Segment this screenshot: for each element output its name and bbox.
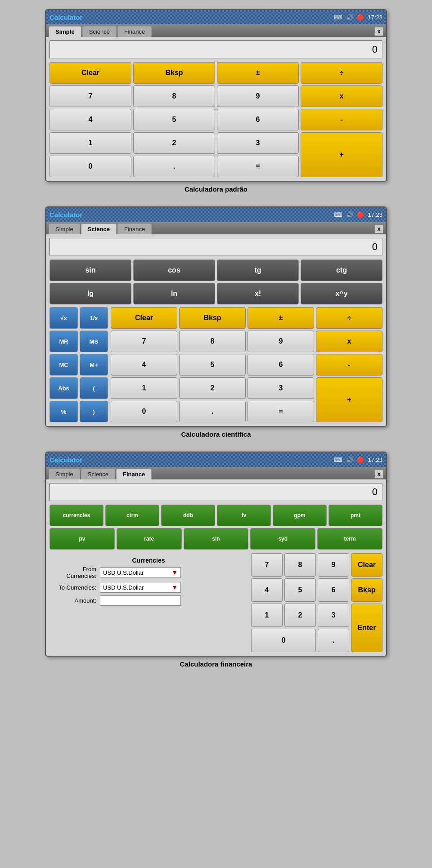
- from-currencies-select[interactable]: USD U.S.Dollar ▼: [100, 567, 181, 578]
- btn-1-sci[interactable]: 1: [111, 377, 177, 399]
- keyboard-icon-sci: ⌨: [334, 211, 342, 218]
- btn-7-sci[interactable]: 7: [111, 331, 177, 352]
- close-button-sci[interactable]: x: [374, 224, 383, 233]
- btn-bksp[interactable]: Bksp: [133, 62, 215, 84]
- btn-ms[interactable]: MS: [80, 331, 108, 352]
- btn-1-fin[interactable]: 1: [251, 604, 283, 627]
- btn-mul-sci[interactable]: x: [316, 331, 382, 352]
- btn-9-sci[interactable]: 9: [248, 331, 314, 352]
- btn-closeparen[interactable]: ): [80, 401, 108, 422]
- btn-xpowy[interactable]: x^y: [301, 283, 382, 304]
- btn-3-fin[interactable]: 3: [318, 604, 349, 627]
- btn-sub-sci[interactable]: -: [316, 354, 382, 376]
- sci-main-layout: √x 1/x MR MS MC M+ Abs ( % ) Clear: [50, 307, 382, 422]
- btn-8[interactable]: 8: [133, 85, 215, 107]
- btn-4[interactable]: 4: [50, 109, 131, 130]
- btn-0-sci[interactable]: 0: [111, 401, 177, 422]
- btn-xfact[interactable]: x!: [217, 283, 299, 304]
- close-button[interactable]: x: [374, 27, 383, 36]
- btn-multiply[interactable]: x: [301, 85, 382, 107]
- btn-div-sci[interactable]: ÷: [316, 307, 382, 329]
- btn-5-sci[interactable]: 5: [179, 354, 246, 376]
- btn-6[interactable]: 6: [217, 109, 299, 130]
- btn-openparen[interactable]: (: [80, 377, 108, 399]
- tab-simple[interactable]: Simple: [49, 26, 81, 37]
- btn-plusminus[interactable]: ±: [217, 62, 299, 84]
- btn-currencies[interactable]: currencies: [50, 505, 104, 526]
- btn-0[interactable]: 0: [50, 156, 131, 177]
- btn-1[interactable]: 1: [50, 132, 131, 154]
- btn-1overx[interactable]: 1/x: [80, 307, 108, 329]
- btn-7-fin[interactable]: 7: [251, 553, 283, 577]
- to-currencies-select[interactable]: USD U.S.Dollar ▼: [100, 582, 181, 593]
- btn-pm-sci[interactable]: ±: [248, 307, 314, 329]
- btn-sin[interactable]: sin: [50, 260, 131, 281]
- btn-9-fin[interactable]: 9: [318, 553, 349, 577]
- btn-6-fin[interactable]: 6: [318, 578, 349, 602]
- btn-ln[interactable]: ln: [133, 283, 215, 304]
- amount-input[interactable]: [100, 595, 181, 606]
- btn-0-fin[interactable]: 0: [251, 629, 316, 652]
- btn-sqrtx[interactable]: √x: [50, 307, 78, 329]
- tab-finance-sci[interactable]: Finance: [117, 224, 152, 234]
- btn-4-fin[interactable]: 4: [251, 578, 283, 602]
- btn-bksp-sci[interactable]: Bksp: [179, 307, 246, 329]
- btn-6-sci[interactable]: 6: [248, 354, 314, 376]
- btn-equals[interactable]: =: [217, 156, 299, 177]
- tab-simple-fin[interactable]: Simple: [49, 469, 80, 479]
- tab-science-fin[interactable]: Science: [81, 469, 115, 479]
- btn-bksp-fin[interactable]: Bksp: [351, 578, 382, 602]
- btn-enter-fin[interactable]: Enter: [351, 604, 382, 652]
- btn-mr[interactable]: MR: [50, 331, 78, 352]
- btn-pmt[interactable]: pmt: [328, 505, 382, 526]
- btn-rate[interactable]: rate: [117, 528, 182, 550]
- btn-divide[interactable]: ÷: [301, 62, 382, 84]
- btn-9[interactable]: 9: [217, 85, 299, 107]
- tab-science[interactable]: Science: [82, 26, 117, 37]
- btn-2-sci[interactable]: 2: [179, 377, 246, 399]
- btn-syd[interactable]: syd: [250, 528, 315, 550]
- tab-science-sci[interactable]: Science: [81, 224, 117, 234]
- btn-pv[interactable]: pv: [50, 528, 115, 550]
- tab-finance-fin[interactable]: Finance: [116, 469, 152, 479]
- btn-ctrm[interactable]: ctrm: [105, 505, 159, 526]
- btn-mc[interactable]: MC: [50, 354, 78, 376]
- btn-3-sci[interactable]: 3: [248, 377, 314, 399]
- btn-8-sci[interactable]: 8: [179, 331, 246, 352]
- btn-2-fin[interactable]: 2: [284, 604, 316, 627]
- btn-term[interactable]: term: [317, 528, 382, 550]
- btn-4-sci[interactable]: 4: [111, 354, 177, 376]
- btn-8-fin[interactable]: 8: [284, 553, 316, 577]
- tab-finance[interactable]: Finance: [117, 26, 152, 37]
- btn-dot-sci[interactable]: .: [179, 401, 246, 422]
- btn-clear-sci[interactable]: Clear: [111, 307, 177, 329]
- btn-percent[interactable]: %: [50, 401, 78, 422]
- btn-5[interactable]: 5: [133, 109, 215, 130]
- btn-clear-fin[interactable]: Clear: [351, 553, 382, 577]
- btn-ddb[interactable]: ddb: [161, 505, 215, 526]
- btn-clear[interactable]: Clear: [50, 62, 131, 84]
- btn-eq-sci[interactable]: =: [248, 401, 314, 422]
- btn-plus[interactable]: +: [301, 132, 382, 177]
- btn-gpm[interactable]: gpm: [273, 505, 327, 526]
- btn-7[interactable]: 7: [50, 85, 131, 107]
- btn-mplus[interactable]: M+: [80, 354, 108, 376]
- btn-lg[interactable]: lg: [50, 283, 131, 304]
- btn-dot[interactable]: .: [133, 156, 215, 177]
- btn-add-sci[interactable]: +: [316, 377, 382, 422]
- btn-ctg[interactable]: ctg: [301, 260, 382, 281]
- btn-abs[interactable]: Abs: [50, 377, 78, 399]
- volume-icon-sci: 🔊: [346, 211, 353, 218]
- btn-2[interactable]: 2: [133, 132, 215, 154]
- btn-3[interactable]: 3: [217, 132, 299, 154]
- app-title: Calculator: [50, 13, 82, 21]
- btn-5-fin[interactable]: 5: [284, 578, 316, 602]
- btn-sln[interactable]: sln: [184, 528, 249, 550]
- btn-cos[interactable]: cos: [133, 260, 215, 281]
- btn-fv[interactable]: fv: [217, 505, 271, 526]
- tab-simple-sci[interactable]: Simple: [49, 224, 80, 234]
- btn-tg[interactable]: tg: [217, 260, 299, 281]
- btn-minus[interactable]: -: [301, 109, 382, 130]
- btn-dot-fin[interactable]: .: [318, 629, 349, 652]
- close-button-fin[interactable]: x: [374, 470, 383, 479]
